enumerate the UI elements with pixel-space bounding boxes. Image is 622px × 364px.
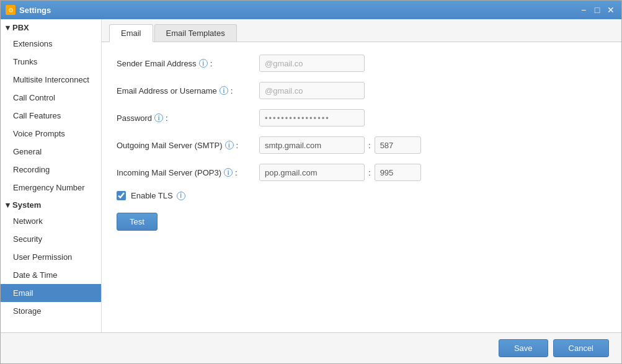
sidebar-item-userpermission[interactable]: User Permission xyxy=(1,248,101,266)
sidebar-item-security[interactable]: Security xyxy=(1,230,101,248)
app-icon: ⚙ xyxy=(6,5,16,15)
incoming-server-label: Incoming Mail Server (POP3) i : xyxy=(117,168,259,177)
maximize-button[interactable]: □ xyxy=(592,4,603,16)
password-info-icon[interactable]: i xyxy=(154,113,163,122)
sidebar-group-system: ▾ System xyxy=(1,197,101,212)
outgoing-server-input[interactable] xyxy=(259,136,365,154)
save-button[interactable]: Save xyxy=(499,339,548,357)
enable-tls-row: Enable TLS i xyxy=(117,191,606,200)
sender-email-input[interactable] xyxy=(259,55,365,72)
tab-email-templates[interactable]: Email Templates xyxy=(154,24,237,42)
enable-tls-label: Enable TLS i xyxy=(131,191,185,200)
sidebar-item-multisite[interactable]: Multisite Interconnect xyxy=(1,71,101,89)
sidebar-item-emergency[interactable]: Emergency Number xyxy=(1,179,101,197)
sidebar-item-voiceprompts[interactable]: Voice Prompts xyxy=(1,125,101,143)
sidebar-item-storage[interactable]: Storage xyxy=(1,302,101,320)
sidebar-item-trunks[interactable]: Trunks xyxy=(1,53,101,71)
cancel-button[interactable]: Cancel xyxy=(553,339,609,357)
outgoing-server-row: Outgoing Mail Server (SMTP) i : : xyxy=(117,136,606,154)
outgoing-port-input[interactable] xyxy=(375,136,421,154)
sidebar-group-pbx: ▾ PBX xyxy=(1,19,101,35)
outgoing-server-info-icon[interactable]: i xyxy=(225,141,234,149)
password-label: Password i : xyxy=(117,113,259,123)
sidebar-item-network[interactable]: Network xyxy=(1,212,101,230)
sidebar-item-callfeatures[interactable]: Call Features xyxy=(1,107,101,125)
incoming-colon: : xyxy=(368,168,371,177)
enable-tls-checkbox[interactable] xyxy=(117,191,126,200)
tls-info-icon[interactable]: i xyxy=(177,192,185,200)
sidebar-item-callcontrol[interactable]: Call Control xyxy=(1,89,101,107)
tab-email[interactable]: Email xyxy=(109,24,153,42)
incoming-server-inputs: : xyxy=(259,164,421,181)
email-username-row: Email Address or Username i : xyxy=(117,82,606,99)
email-username-label: Email Address or Username i : xyxy=(117,86,259,95)
incoming-server-input[interactable] xyxy=(259,164,365,181)
titlebar-controls: − □ ✕ xyxy=(578,4,616,16)
titlebar-left: ⚙ Settings xyxy=(6,5,51,15)
sender-email-row: Sender Email Address i : xyxy=(117,55,606,72)
main-content: Email Email Templates Sender Email Addre… xyxy=(102,19,621,332)
form-area: Sender Email Address i : Email Address o… xyxy=(102,42,621,332)
window-title: Settings xyxy=(19,6,51,15)
sidebar-item-extensions[interactable]: Extensions xyxy=(1,35,101,53)
footer: Save Cancel xyxy=(1,332,621,363)
settings-window: ⚙ Settings − □ ✕ ▾ PBX Extensions Trunks… xyxy=(0,0,622,364)
content-area: ▾ PBX Extensions Trunks Multisite Interc… xyxy=(1,19,621,332)
outgoing-server-label: Outgoing Mail Server (SMTP) i : xyxy=(117,141,259,150)
password-input[interactable] xyxy=(259,109,365,127)
sidebar-item-recording[interactable]: Recording xyxy=(1,161,101,179)
outgoing-colon: : xyxy=(368,141,371,150)
incoming-server-info-icon[interactable]: i xyxy=(224,168,233,177)
sidebar-item-general[interactable]: General xyxy=(1,143,101,161)
minimize-button[interactable]: − xyxy=(578,4,589,16)
sender-email-label: Sender Email Address i : xyxy=(117,59,259,68)
sidebar-item-email[interactable]: Email xyxy=(1,284,101,302)
outgoing-server-inputs: : xyxy=(259,136,421,154)
titlebar: ⚙ Settings − □ ✕ xyxy=(1,1,621,19)
test-button[interactable]: Test xyxy=(117,213,158,231)
sender-email-info-icon[interactable]: i xyxy=(199,59,208,68)
sidebar-item-datetime[interactable]: Date & Time xyxy=(1,266,101,284)
email-username-input[interactable] xyxy=(259,82,365,99)
password-row: Password i : xyxy=(117,109,606,127)
close-button[interactable]: ✕ xyxy=(605,4,616,16)
incoming-server-row: Incoming Mail Server (POP3) i : : xyxy=(117,164,606,181)
tabs-bar: Email Email Templates xyxy=(102,19,621,42)
email-username-info-icon[interactable]: i xyxy=(220,86,228,95)
sidebar: ▾ PBX Extensions Trunks Multisite Interc… xyxy=(1,19,102,332)
incoming-port-input[interactable] xyxy=(375,164,421,181)
